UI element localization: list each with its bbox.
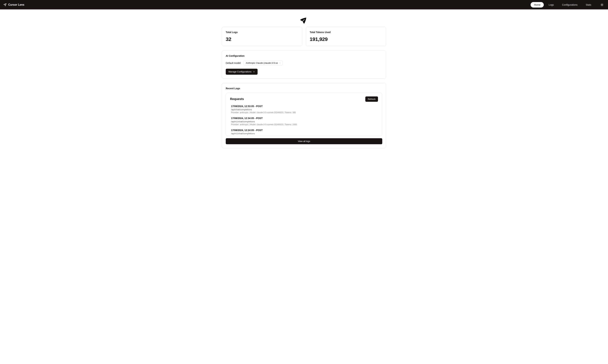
requests-panel: Requests Refresh 17/08/2024, 12:53:05 - … bbox=[226, 93, 382, 136]
default-model-select[interactable]: Anthropic Claude (claude-3-5-so bbox=[244, 60, 283, 65]
brand-name: Cursor Lens bbox=[8, 3, 24, 6]
hero-icon-container bbox=[222, 16, 386, 24]
location-arrow-icon bbox=[300, 16, 308, 24]
nav-home[interactable]: Home bbox=[530, 2, 544, 8]
log-item[interactable]: 17/08/2024, 12:34:05 - POST /api/v1/chat… bbox=[230, 117, 378, 129]
log-item-path: /api/chat/completions bbox=[231, 108, 377, 111]
brand[interactable]: Cursor Lens bbox=[3, 3, 24, 6]
cursor-lens-icon bbox=[3, 3, 7, 6]
view-all-logs-button[interactable]: View all logs bbox=[226, 138, 382, 144]
svg-line-5 bbox=[601, 4, 601, 4]
svg-line-10 bbox=[603, 4, 603, 4]
total-logs-card: Total Logs 32 bbox=[222, 27, 302, 46]
nav-stats[interactable]: Stats bbox=[582, 2, 595, 8]
main-content: Total Logs 32 Total Tokens Used 191,929 … bbox=[218, 9, 390, 159]
svg-line-6 bbox=[603, 5, 603, 6]
default-model-label: Default model: bbox=[226, 62, 241, 65]
log-item-path: /api/v1/chat/completions bbox=[231, 132, 377, 135]
log-item-title: 17/08/2024, 12:24:05 - POST bbox=[231, 129, 377, 131]
app-header: Cursor Lens Home Logs Configurations Sta… bbox=[0, 0, 608, 9]
svg-line-9 bbox=[601, 5, 601, 6]
requests-header: Requests Refresh bbox=[230, 96, 378, 102]
log-item-title: 17/08/2024, 12:34:05 - POST bbox=[231, 117, 377, 119]
total-logs-title: Total Logs bbox=[226, 31, 298, 34]
logs-list: 17/08/2024, 12:53:05 - POST /api/chat/co… bbox=[230, 105, 378, 136]
log-item-title: 17/08/2024, 12:53:05 - POST bbox=[231, 105, 377, 108]
manage-configurations-button[interactable]: Manage Configurations bbox=[226, 69, 258, 75]
stats-row: Total Logs 32 Total Tokens Used 191,929 bbox=[222, 27, 386, 46]
log-item-meta: Provider: anthropic | Model: claude-3-5-… bbox=[231, 123, 377, 126]
recent-logs-card: Recent Logs Requests Refresh 17/08/2024,… bbox=[222, 83, 386, 148]
requests-title: Requests bbox=[230, 97, 244, 101]
nav-logs[interactable]: Logs bbox=[545, 2, 557, 8]
refresh-button[interactable]: Refresh bbox=[365, 96, 378, 102]
total-logs-value: 32 bbox=[226, 36, 298, 42]
ai-configuration-card: AI Configuration Default model: Anthropi… bbox=[222, 51, 386, 79]
default-model-row: Default model: Anthropic Claude (claude-… bbox=[226, 60, 382, 65]
main-nav: Home Logs Configurations Stats bbox=[530, 2, 605, 8]
log-item-meta: Provider: anthropic | Model: claude-3-5-… bbox=[231, 111, 377, 114]
sun-icon bbox=[600, 3, 604, 6]
ai-configuration-title: AI Configuration bbox=[226, 54, 382, 57]
log-item[interactable]: 17/08/2024, 12:24:05 - POST /api/v1/chat… bbox=[230, 129, 378, 136]
svg-point-2 bbox=[601, 4, 603, 5]
total-tokens-title: Total Tokens Used bbox=[310, 31, 382, 34]
nav-configurations[interactable]: Configurations bbox=[559, 2, 581, 8]
log-item-meta: Provider: anthropic | Model: claude-3-5-… bbox=[231, 135, 377, 136]
log-item-path: /api/v1/chat/completions bbox=[231, 120, 377, 123]
recent-logs-title: Recent Logs bbox=[226, 87, 382, 90]
total-tokens-card: Total Tokens Used 191,929 bbox=[306, 27, 386, 46]
theme-toggle-button[interactable] bbox=[599, 2, 605, 7]
arrow-right-icon bbox=[253, 71, 255, 73]
default-model-selected-value: Anthropic Claude (claude-3-5-so bbox=[246, 62, 278, 64]
total-tokens-value: 191,929 bbox=[310, 36, 382, 42]
manage-configurations-label: Manage Configurations bbox=[229, 70, 251, 73]
log-item[interactable]: 17/08/2024, 12:53:05 - POST /api/chat/co… bbox=[230, 105, 378, 117]
